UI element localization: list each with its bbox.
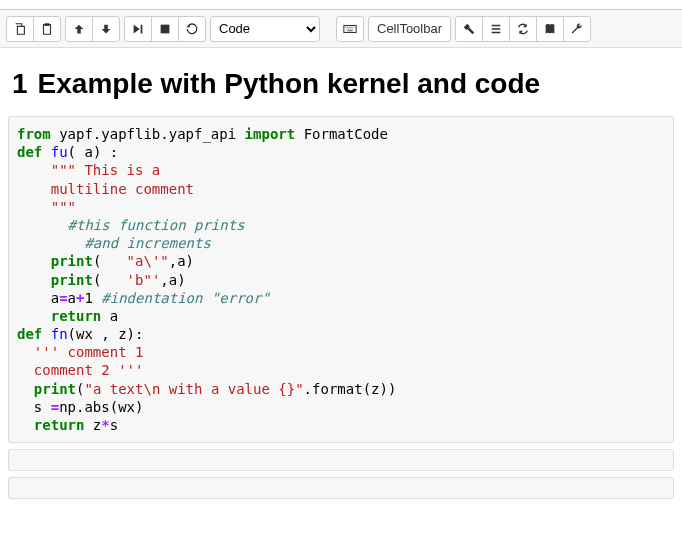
celltype-select[interactable]: Code	[210, 16, 320, 42]
interrupt-button[interactable]	[151, 16, 179, 42]
empty-cell-2[interactable]	[8, 477, 674, 499]
sync-icon	[516, 22, 530, 36]
restart-button[interactable]	[178, 16, 206, 42]
run-button[interactable]	[124, 16, 152, 42]
move-up-button[interactable]	[65, 16, 93, 42]
list-button[interactable]	[482, 16, 510, 42]
notebook-area: 1Example with Python kernel and code fro…	[0, 48, 682, 525]
paste-button[interactable]	[33, 16, 61, 42]
page-title: 1Example with Python kernel and code	[12, 68, 674, 100]
copy-button[interactable]	[6, 16, 34, 42]
code-cell[interactable]: from yapf.yapflib.yapf_api import Format…	[8, 116, 674, 443]
wrench-icon	[570, 22, 584, 36]
arrow-down-icon	[99, 22, 113, 36]
hammer-icon	[462, 22, 476, 36]
stop-icon	[158, 22, 172, 36]
refresh-icon	[185, 22, 199, 36]
clipboard-group	[6, 16, 61, 42]
heading-number: 1	[12, 68, 28, 99]
move-down-button[interactable]	[92, 16, 120, 42]
celltoolbar-button[interactable]: CellToolbar	[368, 16, 451, 42]
book-icon	[543, 22, 557, 36]
heading-text: Example with Python kernel and code	[38, 68, 541, 99]
move-group	[65, 16, 120, 42]
list-icon	[489, 22, 503, 36]
arrow-up-icon	[72, 22, 86, 36]
paste-icon	[40, 22, 54, 36]
run-group	[124, 16, 206, 42]
format-group	[455, 16, 591, 42]
book-button[interactable]	[536, 16, 564, 42]
hammer-button[interactable]	[455, 16, 483, 42]
top-separator	[0, 0, 682, 10]
sync-button[interactable]	[509, 16, 537, 42]
toolbar: Code CellToolbar	[0, 10, 682, 48]
wrench-button[interactable]	[563, 16, 591, 42]
svg-rect-0	[161, 24, 170, 33]
step-forward-icon	[131, 22, 145, 36]
copy-icon	[13, 22, 27, 36]
command-palette-button[interactable]	[336, 16, 364, 42]
empty-cell-1[interactable]	[8, 449, 674, 471]
keyboard-icon	[343, 22, 357, 36]
